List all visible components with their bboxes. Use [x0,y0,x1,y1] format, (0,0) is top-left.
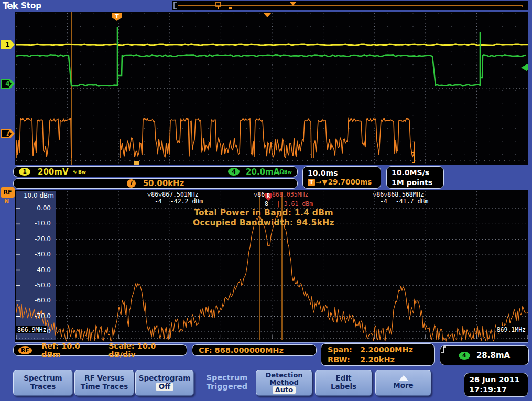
channel4-badge: 4 [228,168,240,176]
vertical-scale-readout[interactable]: 1 200mV ∿ Bw 4 20.0mA Ω Bw [13,166,298,177]
menu-line: Spectrogram [136,374,193,383]
time-label: 17:19:17 [469,385,528,395]
occupied-bandwidth-annotation: Occupied Bandwidth: 94.5kHz [15,218,528,227]
start-frequency-label: 866.9MHz [16,326,47,333]
peak-marker[interactable]: ▽86▽867.501MHz-4-42.2 dBm [147,191,203,205]
tek-logo: Tek [3,1,18,11]
impedance-icon: Ω [279,169,284,175]
menu-line: More [376,382,431,390]
channel1-position-marker[interactable]: 1 [1,40,15,49]
marker-amplitude: |-3.61 dBm [277,200,313,208]
center-frequency-readout[interactable]: CF: 868.000000MHz [192,344,317,356]
rf-time-position-marker[interactable]: f [1,129,15,138]
marker-frequency-hidden: 86 [376,191,384,198]
acquisition-overview-bar[interactable] [172,1,528,10]
trigger-readout[interactable]: 4 28.8mA [440,345,529,365]
menu-line: Time Traces [75,383,134,391]
amplitude-tick-label: -30.0 [20,251,51,258]
trigger-level-value: 28.8mA [476,351,510,360]
waveform-graticule [15,12,528,165]
trigger-level-arrow-icon[interactable] [522,64,528,70]
marker-amplitude-row: -4-41.7 dBm [380,198,428,205]
ref-level-label: 10.0 dBm [21,192,54,199]
marker-amplitude: -42.2 dBm [170,198,203,205]
peak-marker[interactable]: ▽86▽868.568MHz-4-41.7 dBm [373,191,428,205]
bandwidth-limit-icon: Bw [78,169,86,175]
rf-badge: RF [18,346,32,354]
stop-frequency-label: 869.1MHz [496,326,527,333]
rf-scale-readout[interactable]: RF Ref: 10.0 dBm Scale: 10.0 dB/div [13,344,187,356]
more-up-arrow-icon [399,375,408,381]
rf-trace-normal-indicator: N [4,198,9,205]
rbw-label: RBW: [328,355,360,365]
rf-time-marker-label: f [1,129,15,138]
menu-button-detection-method-auto[interactable]: DetectionMethodAuto [256,370,312,396]
datetime-display: 26 Jun 2011 17:19:17 [464,373,528,397]
menu-line: Spectrum [200,373,254,382]
menu-button-spectrogram-off[interactable]: SpectrogramOff [135,370,194,396]
menu-line: Traces [14,383,72,391]
channel1-scale: 200mV [38,167,69,177]
date-label: 26 Jun 2011 [469,375,528,385]
menu-button-rf-versus-time-traces[interactable]: RF VersusTime Traces [74,370,134,396]
marker-frequency-hidden: 86 [151,191,158,198]
horizontal-scale: 10.0ms [308,168,338,178]
menu-line: Off [156,383,173,391]
marker-frequency-hidden: 86 [257,191,265,198]
acquisition-status: Stop [21,1,41,10]
marker-amplitude-hidden: -4 [380,198,387,205]
marker-frequency: 868.568MHz [387,191,424,198]
trigger-delay: 29.7000ms [328,178,372,187]
amplitude-tick-label: -40.0 [20,266,51,274]
rf-channel-marker[interactable]: RF [1,187,15,198]
center-frequency: CF: 868.000000MHz [199,346,284,354]
span-label: Span: [328,345,360,355]
menu-label-spectrum-triggered: SpectrumTriggered [200,370,254,395]
menu-line: RF Versus [75,374,134,383]
menu-button-spectrum-traces[interactable]: SpectrumTraces [13,370,73,396]
channel1-marker-label: 1 [1,40,15,49]
marker-amplitude-row: -4-42.2 dBm [155,198,203,205]
menu-line: Edit [316,374,372,383]
amplitude-tick-label: -50.0 [20,281,51,289]
channel4-marker-label: 4 [1,79,15,89]
acquisition-overview-graphic [172,1,528,10]
oscilloscope-screen: Tek Stop T 1 4 f 1 200mV ∿ Bw 4 20.0mA Ω… [0,0,532,401]
waveform-display[interactable] [15,12,528,165]
ac-coupling-icon: ∿ [73,169,77,175]
bandwidth-limit-icon: Bw [284,169,292,175]
record-length: 1M points [392,178,432,187]
scale-readout: Scale: 10.0 dB/div [108,342,182,359]
marker-amplitude-row: -8|-3.61 dBm [261,201,313,208]
acquisition-readout[interactable]: 10.0MS/s 1M points [386,166,444,189]
sample-rate: 10.0MS/s [392,168,429,177]
trigger-source-badge: 4 [459,352,470,360]
rising-edge-icon [440,346,447,354]
rf-frequency-badge: f [127,179,136,188]
span-value: 2.20000MHz [360,345,413,354]
amplitude-tick-label: -70.0 [20,312,51,320]
marker-frequency: 868.035MHz [272,191,308,198]
reference-marker[interactable]: ▽86R868.035MHz-8|-3.61 dBm [254,191,313,208]
menu-button-edit-labels[interactable]: EditLabels [315,370,372,396]
rf-time-scale-readout[interactable]: f 50.00kHz [13,178,298,189]
channel4-position-marker[interactable]: 4 [1,79,15,89]
rf-frequency-scale: 50.00kHz [143,179,184,188]
menu-button-more[interactable]: More [375,370,431,396]
span-rbw-readout[interactable]: Span:2.20000MHz RBW:2.20kHz [321,343,435,366]
arrow-icon: → [316,178,321,187]
horizontal-readout[interactable]: 10.0ms T→▼29.7000ms [302,166,381,189]
total-power-annotation: Total Power in Band: 1.4 dBm [15,208,528,218]
channel4-scale: 20.0mA [246,167,279,177]
trigger-icon: T [308,179,315,186]
menu-line: Spectrum [14,374,72,383]
spectrum-display[interactable]: 10.0 dBm 0.00-10.0-20.0-30.0-40.0-50.0-6… [15,190,528,343]
menu-line: Labels [316,383,372,391]
menu-line: Auto [273,386,296,394]
amplitude-tick-label: -20.0 [20,235,51,243]
marker-amplitude-hidden: -8 [261,200,268,208]
marker-frequency-row: ▽86R868.035MHz [254,191,313,201]
triangle-icon: ▼ [322,178,327,187]
rbw-value: 2.20kHz [360,355,395,364]
ref-level-readout: Ref: 10.0 dBm [41,342,99,359]
